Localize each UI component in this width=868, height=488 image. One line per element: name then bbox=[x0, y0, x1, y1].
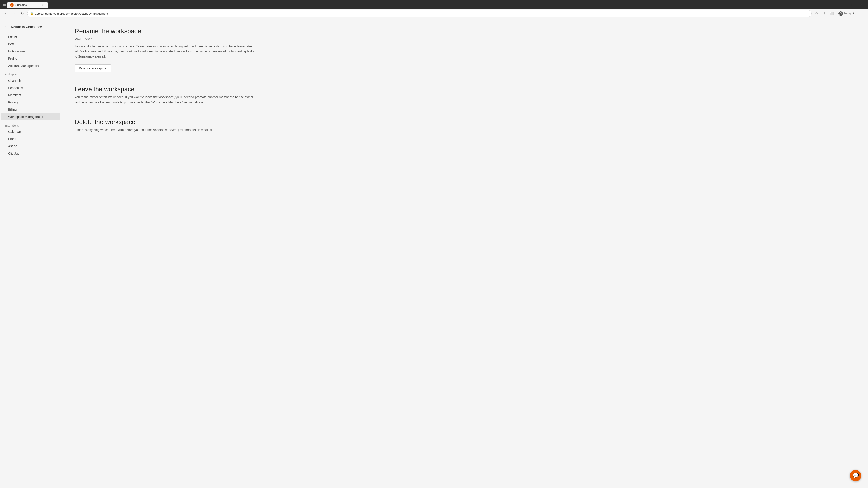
delete-description: If there's anything we can help with bef… bbox=[74, 127, 255, 132]
rename-section: Rename the workspace Learn more ↗ Be car… bbox=[74, 28, 255, 72]
browser-toolbar: ← → ↻ 🔒 ☆ ⬇ ⬜ Incognito ⋮ bbox=[0, 8, 868, 19]
incognito-button[interactable]: Incognito bbox=[836, 10, 858, 17]
sidebar-item-schedules[interactable]: Schedules bbox=[1, 84, 60, 92]
rename-description: Be careful when renaming your workspace.… bbox=[74, 44, 255, 59]
sidebar-item-workspace-management[interactable]: Workspace Management bbox=[1, 113, 60, 121]
sidebar-item-notifications[interactable]: Notifications bbox=[1, 48, 60, 55]
sidebar-item-focus[interactable]: Focus bbox=[1, 33, 60, 40]
learn-more-label: Learn more bbox=[74, 37, 90, 40]
sidebar-item-privacy[interactable]: Privacy bbox=[1, 99, 60, 106]
rename-workspace-button[interactable]: Rename workspace bbox=[74, 64, 111, 72]
delete-section: Delete the workspace If there's anything… bbox=[74, 119, 255, 132]
url-input[interactable] bbox=[35, 12, 809, 15]
sidebar-item-channels[interactable]: Channels bbox=[1, 77, 60, 84]
split-view-button[interactable]: ⬜ bbox=[829, 10, 835, 17]
menu-button[interactable]: ⋮ bbox=[859, 10, 865, 17]
download-button[interactable]: ⬇ bbox=[821, 10, 828, 17]
active-tab[interactable]: S Sunsama ✕ bbox=[7, 2, 48, 8]
delete-title: Delete the workspace bbox=[74, 119, 255, 126]
address-bar[interactable]: 🔒 bbox=[27, 10, 812, 17]
tab-title: Sunsama bbox=[16, 3, 40, 6]
leave-title: Leave the workspace bbox=[74, 86, 255, 93]
sidebar-item-beta[interactable]: Beta bbox=[1, 40, 60, 48]
svg-point-2 bbox=[840, 12, 841, 14]
sidebar-item-calendar[interactable]: Calendar bbox=[1, 128, 60, 135]
sidebar-item-clickup[interactable]: ClickUp bbox=[1, 150, 60, 157]
external-link-icon: ↗ bbox=[90, 37, 92, 40]
sidebar-item-members[interactable]: Members bbox=[1, 92, 60, 99]
back-button[interactable]: ← bbox=[3, 10, 9, 17]
sidebar-item-asana[interactable]: Asana bbox=[1, 142, 60, 150]
app-layout: ← Return to workspace Focus Beta Notific… bbox=[0, 19, 868, 488]
new-tab-button[interactable]: + bbox=[48, 2, 54, 8]
main-content: Rename the workspace Learn more ↗ Be car… bbox=[61, 19, 868, 488]
tab-close-button[interactable]: ✕ bbox=[41, 3, 45, 7]
sidebar-item-billing[interactable]: Billing bbox=[1, 106, 60, 113]
toolbar-actions: ☆ ⬇ ⬜ Incognito ⋮ bbox=[813, 10, 865, 17]
browser-chrome: S Sunsama ✕ + — ❒ ✕ ← → ↻ 🔒 ☆ ⬇ ⬜ bbox=[0, 0, 868, 19]
leave-description: You're the owner of this workspace. If y… bbox=[74, 95, 255, 105]
reload-button[interactable]: ↻ bbox=[19, 10, 26, 17]
return-label: Return to workspace bbox=[11, 25, 42, 29]
minimize-button[interactable]: — bbox=[835, 1, 845, 8]
sidebar-item-profile[interactable]: Profile bbox=[1, 55, 60, 62]
chat-support-button[interactable]: 💬 bbox=[850, 470, 861, 481]
leave-section: Leave the workspace You're the owner of … bbox=[74, 86, 255, 105]
close-button[interactable]: ✕ bbox=[856, 1, 866, 8]
learn-more-link[interactable]: Learn more ↗ bbox=[74, 37, 92, 40]
forward-button[interactable]: → bbox=[11, 10, 18, 17]
tab-favicon: S bbox=[10, 3, 13, 7]
rename-title: Rename the workspace bbox=[74, 28, 255, 35]
incognito-icon bbox=[838, 11, 843, 16]
sidebar-item-account-management[interactable]: Account Management bbox=[1, 62, 60, 69]
tab-list-button[interactable] bbox=[2, 2, 7, 8]
window-controls: — ❒ ✕ bbox=[835, 1, 866, 8]
maximize-button[interactable]: ❒ bbox=[846, 1, 856, 8]
bookmark-button[interactable]: ☆ bbox=[813, 10, 820, 17]
sidebar-item-email[interactable]: Email bbox=[1, 135, 60, 142]
integrations-section-label: Integrations bbox=[0, 122, 61, 128]
incognito-label: Incognito bbox=[844, 12, 855, 15]
sidebar: ← Return to workspace Focus Beta Notific… bbox=[0, 19, 61, 488]
svg-text:S: S bbox=[11, 4, 12, 6]
return-to-workspace[interactable]: ← Return to workspace bbox=[0, 22, 61, 31]
chat-icon: 💬 bbox=[852, 473, 859, 479]
workspace-section-label: Workspace bbox=[0, 71, 61, 77]
back-arrow-icon: ← bbox=[4, 24, 8, 29]
lock-icon: 🔒 bbox=[30, 12, 33, 15]
